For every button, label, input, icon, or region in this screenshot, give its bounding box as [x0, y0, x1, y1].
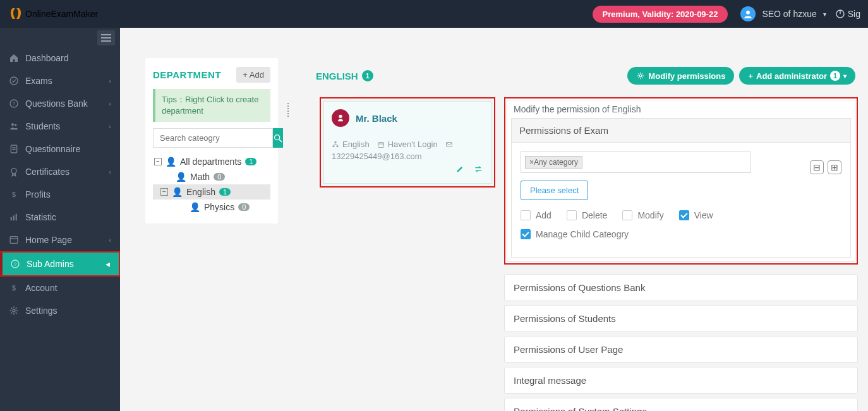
edit-admin-button[interactable] [455, 165, 464, 176]
integral-message[interactable]: Integral message [504, 367, 858, 394]
svg-rect-13 [16, 214, 17, 221]
calendar-icon [377, 141, 385, 148]
search-button[interactable] [273, 128, 283, 148]
collapse-icon[interactable]: − [154, 158, 162, 165]
tree-math[interactable]: 👤 Math 0 [153, 169, 270, 184]
dollar-icon: $ [9, 283, 19, 293]
tree-all-departments[interactable]: − 👤 All departments 1 [153, 154, 270, 169]
perm-system-settings[interactable]: Permissions of System Settings [504, 398, 858, 411]
perm-user-page[interactable]: Permissions of User Page [504, 336, 858, 363]
mail-icon [445, 138, 453, 152]
permission-panel: Modify the permission of English Permiss… [507, 100, 855, 262]
category-tag-input[interactable]: ×Any category [521, 152, 751, 173]
chevron-left-icon: ‹ [109, 77, 111, 85]
tree-english[interactable]: −👤 English 1 [153, 184, 270, 200]
svg-text:$: $ [12, 191, 16, 198]
department-title: DEPARTMENT [153, 69, 221, 80]
checkbox-delete[interactable]: Delete [567, 210, 607, 220]
chart-icon [9, 212, 19, 222]
nav-statistic[interactable]: Statistic [0, 206, 120, 229]
users-icon [9, 121, 19, 131]
svg-text:?: ? [14, 261, 17, 267]
checkbox-modify[interactable]: Modify [622, 210, 663, 220]
tip-box: Tips：Right Click to create department [153, 89, 270, 122]
nav-profits[interactable]: $Profits [0, 183, 120, 206]
premium-badge: Premium, Validity: 2020-09-22 [593, 6, 728, 23]
collapse-icon[interactable]: − [160, 188, 168, 196]
add-department-button[interactable]: +Add [236, 67, 270, 83]
transfer-admin-button[interactable] [473, 165, 483, 176]
nav-account[interactable]: $Account [0, 277, 120, 299]
permissions-exam-section: Permissions of Exam ×Any category Please… [511, 118, 851, 258]
admin-login-status: Haven't Login [377, 138, 438, 152]
sitemap-icon [332, 141, 339, 148]
hamburger-icon [97, 30, 115, 45]
other-permission-sections: Permissions of Questions Bank Permission… [504, 274, 858, 411]
tag-any-category[interactable]: ×Any category [525, 156, 582, 169]
nav-exams[interactable]: Exams‹ [0, 69, 120, 92]
svg-text:$: $ [12, 284, 16, 292]
svg-rect-27 [378, 143, 383, 148]
user-icon: 👤 [176, 172, 186, 182]
svg-point-22 [640, 74, 642, 77]
nav-dashboard[interactable]: Dashboard [0, 47, 120, 69]
perm-questions-bank[interactable]: Permissions of Questions Bank [504, 274, 858, 301]
english-title: ENGLISH1 [316, 70, 373, 81]
gear-icon [9, 306, 19, 316]
svg-point-23 [339, 115, 342, 118]
chevron-down-icon: ▾ [823, 11, 826, 18]
svg-point-19 [13, 309, 15, 312]
search-category-input[interactable] [153, 128, 273, 148]
gear-icon [636, 71, 645, 80]
layout-icon [9, 235, 19, 245]
home-icon [9, 53, 19, 63]
admin-card-highlight: Mr. Black English Haven't Login 13229425… [320, 97, 495, 188]
modify-permissions-button[interactable]: Modify permissions [627, 67, 734, 85]
svg-point-0 [746, 11, 750, 15]
svg-point-6 [11, 123, 14, 126]
add-administrator-button[interactable]: +Add administrator1▾ [739, 67, 855, 85]
sidebar-collapse-button[interactable] [0, 28, 120, 47]
permission-panel-highlight: Modify the permission of English Permiss… [504, 97, 858, 265]
resize-handle[interactable] [287, 59, 294, 160]
permissions-exam-head: Permissions of Exam [512, 119, 850, 143]
admin-email: 13229425449@163.com [332, 152, 483, 161]
search-icon [273, 133, 283, 143]
question-icon: ? [9, 98, 19, 109]
checkbox-manage-child[interactable]: Manage Child Cateogry [521, 229, 629, 239]
nav-questionnaire[interactable]: Questionnaire [0, 138, 120, 160]
nav-settings[interactable]: Settings [0, 299, 120, 322]
checkbox-view[interactable]: View [679, 210, 713, 220]
chevron-left-icon: ‹ [109, 168, 111, 176]
collapse-all-button[interactable]: ⊟ [810, 160, 824, 174]
check-circle-icon [9, 76, 19, 86]
pencil-icon [455, 165, 464, 174]
chevron-down-icon: ▾ [843, 73, 847, 80]
svg-point-7 [15, 124, 16, 126]
svg-line-21 [279, 140, 282, 142]
nav-students[interactable]: Students‹ [0, 115, 120, 138]
avatar-icon [740, 6, 756, 21]
logo-icon [8, 6, 23, 21]
chevron-left-icon: ‹ [109, 236, 111, 244]
nav-list: Dashboard Exams‹ ?Questions Bank‹ Studen… [0, 47, 120, 322]
checkbox-add[interactable]: Add [521, 210, 552, 220]
tree-physics[interactable]: 👤 Physics 0 [153, 200, 270, 215]
nav-home-page[interactable]: Home Page‹ [0, 229, 120, 251]
admin-name: Mr. Black [356, 113, 397, 124]
svg-point-9 [11, 169, 16, 174]
plus-icon: + [748, 71, 753, 81]
nav-sub-admins[interactable]: ?Sub Admins◂ [1, 253, 119, 275]
svg-point-20 [275, 135, 280, 140]
nav-questions-bank[interactable]: ?Questions Bank‹ [0, 92, 120, 115]
signout-button[interactable]: Sig [835, 9, 860, 19]
admin-card[interactable]: Mr. Black English Haven't Login 13229425… [323, 101, 491, 184]
nav-certificates[interactable]: Certificates‹ [0, 160, 120, 183]
expand-all-button[interactable]: ⊞ [828, 160, 841, 174]
perm-students[interactable]: Permissions of Students [504, 305, 858, 332]
permission-title: Modify the permission of English [507, 100, 855, 118]
user-menu[interactable]: SEO of hzxue ▾ [740, 6, 826, 21]
admin-avatar-icon [332, 109, 349, 127]
please-select-dropdown[interactable]: Please select [521, 181, 588, 200]
swap-icon [473, 165, 483, 174]
